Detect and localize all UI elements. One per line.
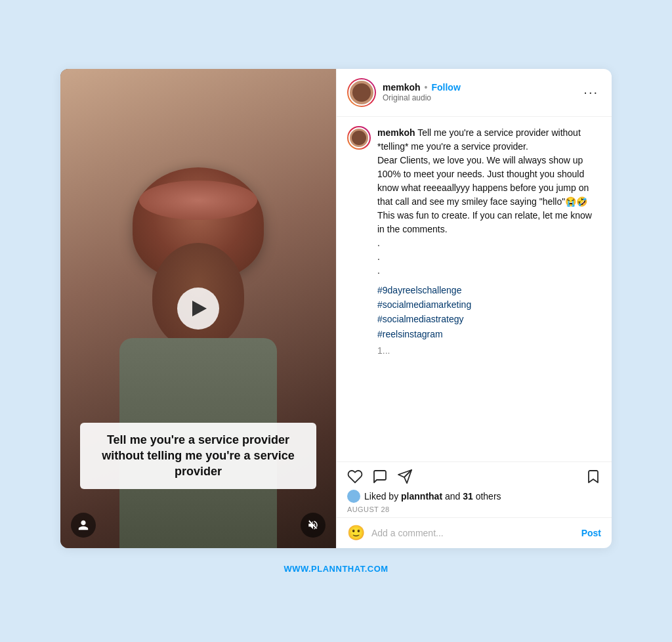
comment-button[interactable]: [372, 469, 388, 484]
video-bottom-bar: [71, 513, 326, 538]
caption-body-text: Tell me you're a service provider withou…: [377, 127, 592, 276]
video-panel: Tell me you're a service provider withou…: [60, 69, 336, 548]
content-panel: memkoh • Follow Original audio ···: [336, 69, 612, 548]
liker-avatar: [347, 490, 360, 503]
post-header: memkoh • Follow Original audio ···: [337, 69, 612, 117]
header-username[interactable]: memkoh: [383, 82, 421, 93]
play-button[interactable]: [177, 288, 219, 330]
header-avatar-face: [352, 83, 371, 102]
mute-icon-btn[interactable]: [301, 513, 326, 538]
actions-bar: Liked by plannthat and 31 others AUGUST …: [337, 462, 612, 518]
hashtag-1[interactable]: #9dayreelschallenge: [377, 283, 601, 297]
bookmark-button[interactable]: [585, 469, 601, 484]
header-avatar-wrapper[interactable]: [347, 78, 376, 107]
like-button[interactable]: [347, 469, 363, 484]
timestamp: AUGUST 28: [347, 505, 601, 513]
follow-button[interactable]: Follow: [431, 82, 460, 93]
header-info: memkoh • Follow Original audio: [383, 82, 574, 102]
liker-name[interactable]: plannthat: [401, 491, 442, 502]
header-username-row: memkoh • Follow: [383, 82, 574, 93]
caption-avatar-inner: [348, 127, 369, 148]
caption-avatar-wrapper[interactable]: [347, 126, 371, 150]
others-label: others: [476, 491, 501, 502]
likes-text: Liked by plannthat and 31 others: [364, 491, 501, 502]
comment-row: 🙂 Post: [337, 518, 612, 548]
likes-row: Liked by plannthat and 31 others: [347, 490, 601, 503]
header-avatar-inner: [348, 79, 375, 106]
header-subtitle: Original audio: [383, 93, 574, 102]
page-footer: WWW.PLANNTHAT.COM: [284, 564, 388, 574]
caption-avatar-face: [352, 131, 366, 145]
hashtag-2[interactable]: #socialmediamarketing: [377, 297, 601, 312]
post-card: Tell me you're a service provider withou…: [60, 69, 612, 548]
share-button[interactable]: [397, 469, 413, 484]
emoji-button[interactable]: 🙂: [347, 524, 365, 542]
page-wrapper: Tell me you're a service provider withou…: [60, 69, 612, 574]
liked-by-label: Liked by: [364, 491, 398, 502]
user-icon-btn[interactable]: [71, 513, 96, 538]
caption-hashtags: #9dayreelschallenge #socialmediamarketin…: [377, 283, 601, 342]
caption-main-text: memkoh Tell me you're a service provider…: [377, 126, 601, 278]
and-label: and: [445, 491, 460, 502]
comment-post-button[interactable]: Post: [581, 528, 601, 538]
caption-more[interactable]: 1...: [377, 345, 601, 356]
action-icons-row: [347, 469, 601, 484]
more-options-button[interactable]: ···: [581, 85, 601, 100]
caption-content: memkoh Tell me you're a service provider…: [377, 126, 601, 356]
others-count: 31: [463, 491, 473, 502]
video-caption-text: Tell me you're a service provider withou…: [91, 432, 306, 480]
header-dot: •: [425, 82, 428, 93]
hashtag-3[interactable]: #socialmediastrategy: [377, 312, 601, 326]
post-body: memkoh Tell me you're a service provider…: [337, 117, 612, 462]
caption-username[interactable]: memkoh: [377, 127, 415, 138]
play-triangle-icon: [192, 301, 207, 316]
hashtag-4[interactable]: #reelsinstagram: [377, 327, 601, 341]
caption-row: memkoh Tell me you're a service provider…: [347, 126, 601, 356]
comment-input[interactable]: [371, 528, 575, 538]
video-caption-overlay: Tell me you're a service provider withou…: [80, 423, 316, 489]
